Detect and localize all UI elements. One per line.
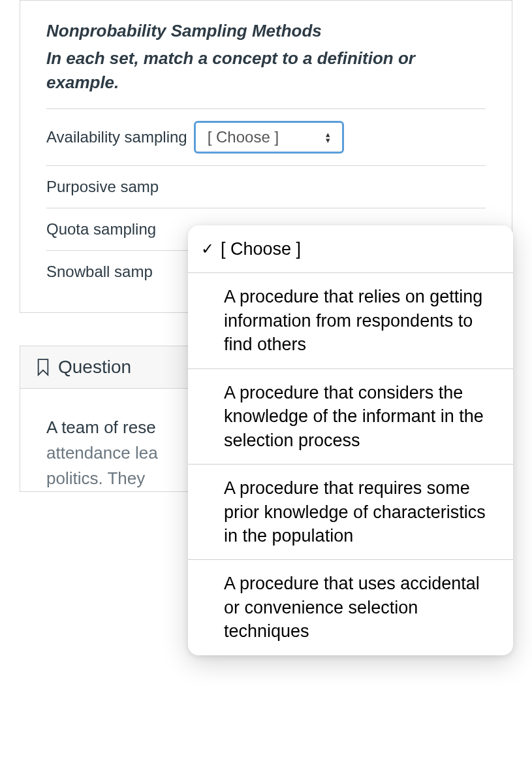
dropdown-option-label: A procedure that relies on getting infor… xyxy=(224,287,482,354)
chevron-up-down-icon: ▴▾ xyxy=(326,131,330,143)
match-row-availability: Availability sampling [ Choose ] ▴▾ xyxy=(46,108,486,165)
match-label: Purposive samp xyxy=(46,178,159,196)
dropdown-menu[interactable]: ✓ [ Choose ] A procedure that relies on … xyxy=(188,225,513,655)
select-availability[interactable]: [ Choose ] ▴▾ xyxy=(194,121,344,154)
match-row-purposive: Purposive samp xyxy=(46,165,486,208)
dropdown-option-label: [ Choose ] xyxy=(221,237,301,261)
select-value: [ Choose ] xyxy=(208,128,279,146)
dropdown-option-3[interactable]: A procedure that uses accidental or conv… xyxy=(188,560,513,655)
dropdown-option-label: A procedure that uses accidental or conv… xyxy=(224,574,480,641)
match-label: Availability sampling xyxy=(46,128,187,146)
dropdown-option-label: A procedure that requires some prior kno… xyxy=(224,478,486,546)
question-title: Nonprobability Sampling Methods xyxy=(46,19,486,44)
bookmark-icon[interactable] xyxy=(36,358,50,376)
dropdown-option-placeholder[interactable]: ✓ [ Choose ] xyxy=(188,225,513,273)
match-label: Snowball samp xyxy=(46,263,153,281)
question-header: Nonprobability Sampling Methods In each … xyxy=(20,1,512,108)
check-icon: ✓ xyxy=(201,238,214,259)
match-label: Quota sampling xyxy=(46,220,156,238)
dropdown-option-0[interactable]: A procedure that relies on getting infor… xyxy=(188,273,513,368)
dropdown-option-label: A procedure that considers the knowledge… xyxy=(224,383,484,450)
dropdown-option-1[interactable]: A procedure that considers the knowledge… xyxy=(188,369,513,465)
dropdown-option-2[interactable]: A procedure that requires some prior kno… xyxy=(188,465,513,560)
next-question-title: Question xyxy=(58,357,131,378)
select-wrapper: [ Choose ] ▴▾ xyxy=(194,121,344,154)
question-instruction: In each set, match a concept to a defini… xyxy=(46,46,486,95)
